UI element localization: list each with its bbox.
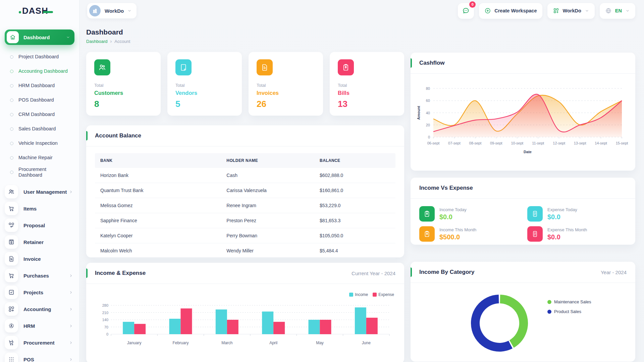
sidebar-subitem-label: Accounting Dashboard bbox=[18, 68, 68, 74]
clipboard-icon bbox=[419, 226, 435, 242]
workspace-switcher[interactable]: WorkDo bbox=[87, 3, 137, 18]
clipboard-icon bbox=[419, 206, 435, 222]
messages-button[interactable]: 0 bbox=[458, 3, 474, 19]
proposal-icon bbox=[5, 219, 18, 232]
sidebar-item-accounting[interactable]: Accounting bbox=[5, 301, 74, 317]
sidebar-item-proposal[interactable]: Proposal bbox=[5, 217, 74, 234]
receipt-icon bbox=[527, 206, 543, 222]
legend-dot bbox=[547, 310, 551, 314]
bullet-icon bbox=[10, 127, 13, 131]
sidebar-dashboard-label: Dashboard bbox=[23, 35, 66, 40]
ive-stat-value: $0.0 bbox=[439, 213, 467, 221]
sidebar-subitem-crm-dashboard[interactable]: CRM Dashboard bbox=[10, 107, 79, 122]
ive-stat-label: Expense Today bbox=[547, 207, 577, 212]
cashflow-header: Cashflow bbox=[411, 53, 635, 74]
sidebar-item-user-management[interactable]: User Management bbox=[5, 183, 74, 200]
sidebar-subitem-accounting-dashboard[interactable]: Accounting Dashboard bbox=[10, 64, 79, 78]
sidebar-item-retainer[interactable]: Retainer bbox=[5, 234, 74, 250]
workspace-menu-label: WorkDo bbox=[563, 8, 581, 13]
legend-item-product-sales[interactable]: Product Sales bbox=[547, 309, 591, 314]
stat-card-value: 13 bbox=[338, 99, 396, 109]
invoice-icon bbox=[257, 59, 273, 75]
app-logo[interactable]: DASH bbox=[0, 0, 79, 21]
svg-text:07-sept: 07-sept bbox=[448, 141, 461, 145]
svg-text:June: June bbox=[362, 341, 371, 345]
sidebar-item-dashboard[interactable]: Dashboard bbox=[5, 29, 74, 45]
breadcrumb-dashboard-link[interactable]: Dashboard bbox=[86, 39, 108, 44]
svg-text:60: 60 bbox=[426, 99, 430, 103]
table-column-header: HOLDER NAME bbox=[221, 153, 314, 168]
stat-card-label: Invoices bbox=[257, 90, 315, 96]
sidebar-item-procurement[interactable]: Procurement bbox=[5, 334, 74, 351]
table-cell: $160,861.0 bbox=[314, 183, 395, 198]
ive-stat-value: $500.0 bbox=[439, 233, 476, 241]
stat-card-vendors[interactable]: TotalVendors5 bbox=[167, 52, 242, 116]
stat-card-label: Bills bbox=[338, 90, 396, 96]
table-cell: Sapphire Finance bbox=[95, 213, 221, 228]
income-expense-title: Income & Expense bbox=[95, 270, 146, 277]
cart-icon bbox=[5, 202, 18, 215]
svg-text:0: 0 bbox=[106, 332, 108, 336]
legend-item-expense[interactable]: Expense bbox=[373, 292, 394, 297]
topbar-actions: 0 Create Workspace WorkDo EN bbox=[458, 3, 635, 19]
sidebar-subitem-machine-repair[interactable]: Machine Repair bbox=[10, 150, 79, 165]
sidebar-item-purchases[interactable]: Purchases bbox=[5, 267, 74, 284]
home-icon bbox=[7, 31, 19, 43]
sidebar-item-invoice[interactable]: Invoice bbox=[5, 250, 74, 267]
sidebar-item-items[interactable]: Items bbox=[5, 200, 74, 217]
sidebar-item-label: Retainer bbox=[23, 239, 74, 245]
notification-badge: 0 bbox=[469, 1, 476, 8]
table-row: Melissa GomezRenee Ingram$53,229.0 bbox=[95, 198, 395, 213]
dashboard-page: DASH Dashboard Project DashboardAccounti… bbox=[0, 0, 644, 362]
svg-text:12-sept: 12-sept bbox=[553, 141, 565, 145]
legend-item-income[interactable]: Income bbox=[349, 292, 368, 297]
stat-card-toplabel: Total bbox=[175, 83, 234, 88]
sidebar-item-label: Projects bbox=[23, 290, 69, 295]
svg-text:14-sept: 14-sept bbox=[595, 141, 607, 145]
sidebar-item-pos[interactable]: POS bbox=[5, 351, 74, 362]
sidebar-menu: User ManagementItemsProposalRetainerInvo… bbox=[0, 179, 79, 362]
sidebar-subitem-pos-dashboard[interactable]: POS Dashboard bbox=[10, 93, 79, 107]
ive-stat-income-today: Income Today$0.0 bbox=[419, 206, 519, 222]
sidebar-item-label: Accounting bbox=[23, 306, 69, 312]
chevron-right-icon bbox=[69, 324, 73, 328]
language-selector[interactable]: EN bbox=[600, 3, 635, 19]
sidebar-subitem-hrm-dashboard[interactable]: HRM Dashboard bbox=[10, 78, 79, 93]
stat-card-value: 5 bbox=[175, 99, 234, 109]
cashflow-chart: 02040608006-sept07-sept08-sept09-sept10-… bbox=[411, 74, 635, 167]
svg-text:280: 280 bbox=[102, 303, 108, 307]
svg-text:40: 40 bbox=[426, 111, 430, 115]
sidebar-subitem-procurement-dashboard[interactable]: Procurement Dashboard bbox=[10, 165, 79, 179]
create-workspace-button[interactable]: Create Workspace bbox=[479, 3, 542, 19]
sidebar-item-label: Invoice bbox=[23, 256, 74, 262]
chevron-right-icon bbox=[69, 357, 73, 362]
procurement-icon bbox=[5, 336, 18, 349]
legend-label: Income bbox=[355, 292, 368, 297]
users-icon bbox=[94, 59, 110, 75]
chevron-right-icon bbox=[69, 190, 73, 194]
legend-item-maintenance-sales[interactable]: Maintenance Sales bbox=[547, 299, 591, 304]
cashflow-panel: Cashflow 02040608006-sept07-sept08-sept0… bbox=[411, 53, 635, 171]
pos-icon bbox=[5, 353, 18, 362]
stat-card-customers[interactable]: TotalCustomers8 bbox=[86, 52, 161, 116]
plus-circle-icon bbox=[484, 7, 491, 14]
sidebar-subitem-project-dashboard[interactable]: Project Dashboard bbox=[10, 50, 79, 64]
sidebar-subitem-vehicle-inspection[interactable]: Vehicle Inspection bbox=[10, 136, 79, 150]
workspace-menu-button[interactable]: WorkDo bbox=[547, 3, 595, 19]
cart-icon bbox=[5, 269, 18, 282]
income-vs-expense-grid: Income Today$0.0Expense Today$0.0Income … bbox=[411, 199, 635, 249]
chevron-right-icon bbox=[69, 307, 73, 311]
income-by-category-legend: Maintenance SalesProduct Sales bbox=[547, 299, 591, 314]
cashflow-title: Cashflow bbox=[419, 60, 445, 66]
stat-card-invoices[interactable]: TotalInvoices26 bbox=[249, 52, 323, 116]
sidebar-item-hrm[interactable]: HRM bbox=[5, 317, 74, 334]
sidebar-subitem-sales-dashboard[interactable]: Sales Dashboard bbox=[10, 122, 79, 136]
logo-dash-icon bbox=[43, 11, 53, 13]
stat-card-bills[interactable]: TotalBills13 bbox=[330, 52, 404, 116]
table-cell: Melissa Gomez bbox=[95, 198, 221, 213]
sidebar-item-projects[interactable]: Projects bbox=[5, 284, 74, 301]
account-balance-header: Account Balance bbox=[86, 125, 404, 146]
svg-text:15-sept: 15-sept bbox=[616, 141, 628, 145]
ive-stat-value: $0.0 bbox=[547, 233, 587, 241]
sidebar-subitem-label: HRM Dashboard bbox=[18, 83, 55, 88]
